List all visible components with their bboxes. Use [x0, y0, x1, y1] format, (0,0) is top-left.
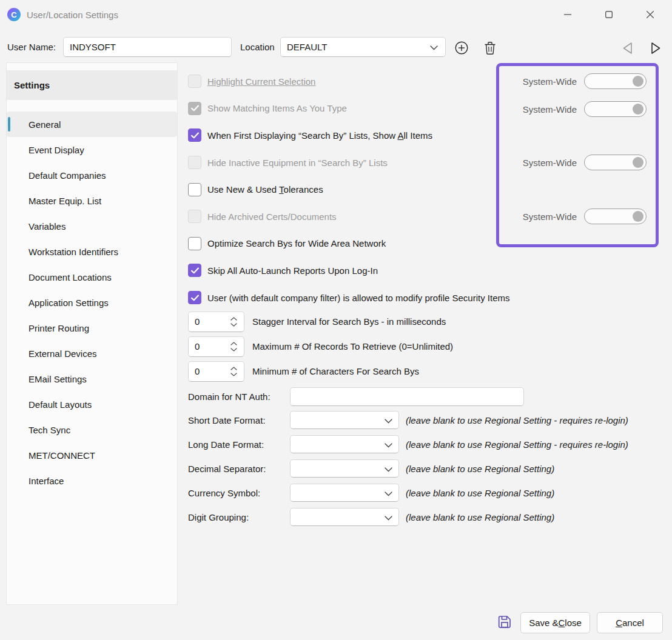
system-wide-row: System-Wide: [523, 72, 647, 90]
save-close-button[interactable]: Save & Close: [520, 612, 590, 633]
checkbox-row[interactable]: User (with default company filter) is al…: [188, 284, 576, 312]
sidebar-item-application-settings[interactable]: Application Settings: [7, 290, 177, 315]
selection-indicator: [8, 117, 10, 132]
cancel-button[interactable]: Cancel: [597, 612, 663, 633]
location-value: DEFAULT: [287, 42, 327, 52]
format-combobox[interactable]: [290, 508, 399, 526]
format-combobox[interactable]: [290, 435, 399, 453]
sidebar-item-label: Application Settings: [7, 298, 109, 308]
sidebar-item-external-devices[interactable]: External Devices: [7, 341, 177, 366]
checkbox-label: Hide Archived Certs/Documents: [207, 212, 337, 222]
spinner-value: 0: [189, 366, 227, 376]
sidebar-item-met-connect[interactable]: MET/CONNECT: [7, 442, 177, 468]
checkbox[interactable]: [188, 237, 201, 250]
sidebar-item-label: Default Layouts: [7, 399, 92, 410]
number-spinner[interactable]: 0: [188, 336, 244, 357]
format-combobox[interactable]: [290, 484, 399, 502]
system-wide-toggle[interactable]: [584, 73, 647, 89]
sidebar-item-document-locations[interactable]: Document Locations: [7, 264, 177, 290]
checkbox[interactable]: [188, 264, 201, 277]
previous-record-button[interactable]: [620, 41, 634, 55]
system-wide-toggle[interactable]: [584, 208, 647, 224]
format-hint: (leave blank to use Regional Setting - r…: [406, 439, 628, 450]
chevron-down-icon: [385, 419, 392, 424]
maximize-button[interactable]: [588, 0, 630, 29]
save-button-icon[interactable]: [497, 614, 512, 630]
checkbox-label: When First Displaying “Search By” Lists,…: [207, 130, 432, 141]
checkbox[interactable]: [188, 183, 201, 196]
sidebar-item-email-settings[interactable]: EMail Settings: [7, 366, 177, 392]
format-row: Decimal Separator: (leave blank to use R…: [188, 456, 628, 481]
spin-up-icon[interactable]: [230, 342, 237, 345]
spin-down-icon[interactable]: [230, 348, 237, 352]
location-label: Location: [240, 29, 275, 64]
sidebar-item-default-companies[interactable]: Default Companies: [7, 162, 177, 188]
sidebar-item-variables[interactable]: Variables: [7, 213, 177, 239]
checkbox[interactable]: [188, 102, 201, 115]
domain-row: Domain for NT Auth:: [188, 387, 524, 407]
spinner-row: 0 Maximum # Of Records To Retrieve (0=Un…: [188, 334, 453, 359]
domain-label: Domain for NT Auth:: [188, 392, 290, 402]
checkbox[interactable]: [188, 156, 201, 169]
checkbox-label: Highlight Current Selection: [207, 76, 315, 87]
toggle-knob: [633, 157, 643, 168]
sidebar-item-default-layouts[interactable]: Default Layouts: [7, 392, 177, 417]
spin-down-icon[interactable]: [230, 373, 237, 376]
toggle-knob: [633, 211, 643, 222]
format-hint: (leave blank to use Regional Setting): [406, 512, 554, 522]
sidebar-item-tech-sync[interactable]: Tech Sync: [7, 417, 177, 442]
format-label: Short Date Format:: [188, 415, 290, 425]
check-icon: [191, 295, 199, 301]
toolbar: User Name: Location DEFAULT: [0, 29, 672, 64]
sidebar-item-label: General: [7, 119, 61, 130]
format-combobox[interactable]: [290, 459, 399, 478]
spinner-value: 0: [189, 341, 227, 352]
checkbox-row[interactable]: Skip All Auto-Launch Reports Upon Log-In: [188, 257, 576, 284]
spin-down-icon[interactable]: [230, 323, 237, 327]
sidebar-item-event-display[interactable]: Event Display: [7, 137, 177, 162]
sidebar-item-label: Printer Routing: [7, 323, 89, 333]
spin-up-icon[interactable]: [230, 367, 237, 370]
checkbox-label: Skip All Auto-Launch Reports Upon Log-In: [207, 265, 378, 276]
user-name-input[interactable]: [63, 37, 232, 57]
sidebar-item-workstation-identifiers[interactable]: Workstation Identifiers: [7, 239, 177, 264]
number-spinner[interactable]: 0: [188, 361, 244, 382]
delete-location-button[interactable]: [483, 41, 497, 55]
minimize-button[interactable]: [547, 0, 588, 29]
settings-sidebar: Settings General Event Display Default C…: [6, 62, 178, 605]
checkbox[interactable]: [188, 75, 201, 88]
maximize-icon: [605, 11, 613, 18]
location-combobox[interactable]: DEFAULT: [280, 37, 446, 57]
spinner-row: 0 Stagger Interval for Search Bys - in m…: [188, 309, 453, 334]
next-icon: [651, 42, 662, 55]
sidebar-item-printer-routing[interactable]: Printer Routing: [7, 315, 177, 341]
format-label: Long Date Format:: [188, 439, 290, 450]
save-close-label: Save &: [529, 618, 558, 628]
close-button[interactable]: [630, 0, 671, 29]
checkbox-label: Use New & Used Tolerances: [207, 184, 323, 195]
spinner-arrows: [227, 317, 244, 327]
checkbox[interactable]: [188, 210, 201, 223]
add-location-button[interactable]: [454, 41, 469, 55]
sidebar-item-master-equip-list[interactable]: Master Equip. List: [7, 188, 177, 213]
format-row: Currency Symbol: (leave blank to use Reg…: [188, 481, 628, 505]
domain-input[interactable]: [290, 387, 524, 406]
checkbox[interactable]: [188, 291, 201, 304]
system-wide-toggle[interactable]: [584, 155, 647, 170]
system-wide-toggle[interactable]: [584, 101, 647, 117]
format-row: Short Date Format: (leave blank to use R…: [188, 408, 628, 432]
spin-up-icon[interactable]: [230, 317, 237, 321]
format-combobox[interactable]: [290, 411, 399, 429]
number-spinner[interactable]: 0: [188, 312, 244, 332]
chevron-down-icon: [430, 45, 438, 50]
checkbox[interactable]: [188, 128, 201, 142]
chevron-down-icon: [385, 443, 392, 448]
next-record-button[interactable]: [649, 41, 664, 55]
sidebar-item-label: External Devices: [7, 348, 97, 359]
format-label: Currency Symbol:: [188, 488, 290, 498]
sidebar-item-label: Document Locations: [7, 272, 112, 282]
user-name-label: User Name:: [7, 29, 56, 64]
sidebar-item-interface[interactable]: Interface: [7, 468, 177, 493]
sidebar-item-general[interactable]: General: [7, 112, 177, 137]
sidebar-item-label: Variables: [7, 221, 66, 232]
